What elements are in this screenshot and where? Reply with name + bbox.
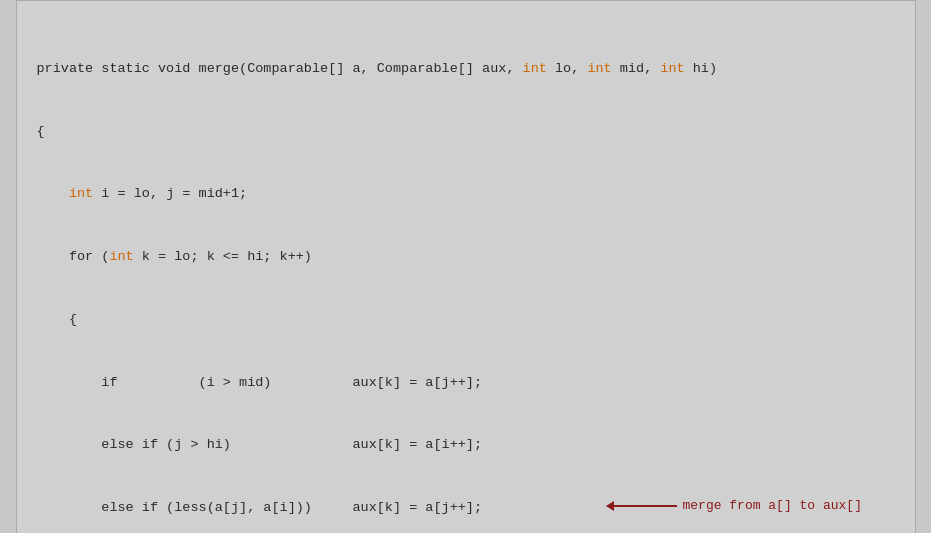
- merge-open-brace: {: [37, 122, 895, 143]
- merge-arrow-row: else if (less(a[j], a[i])) aux[k] = a[j+…: [37, 498, 895, 519]
- code-block-2: else aux[k] = a[i++]; } }: [37, 519, 895, 533]
- merge-line-4: if (i > mid) aux[k] = a[j++];: [37, 373, 895, 394]
- merge-signature: private static void merge(Comparable[] a…: [37, 59, 895, 80]
- merge-line-2: for (int k = lo; k <= hi; k++): [37, 247, 895, 268]
- merge-annotation: merge from a[] to aux[]: [607, 498, 862, 513]
- merge-line-1: int i = lo, j = mid+1;: [37, 184, 895, 205]
- main-container: private static void merge(Comparable[] a…: [16, 0, 916, 533]
- merge-line-3: {: [37, 310, 895, 331]
- code-block: private static void merge(Comparable[] a…: [37, 17, 895, 498]
- arrow-left-icon: [607, 505, 677, 507]
- merge-line-5: else if (j > hi) aux[k] = a[i++];: [37, 435, 895, 456]
- merge-line-6: else if (less(a[j], a[i])) aux[k] = a[j+…: [37, 500, 483, 515]
- merge-annotation-text: merge from a[] to aux[]: [683, 498, 862, 513]
